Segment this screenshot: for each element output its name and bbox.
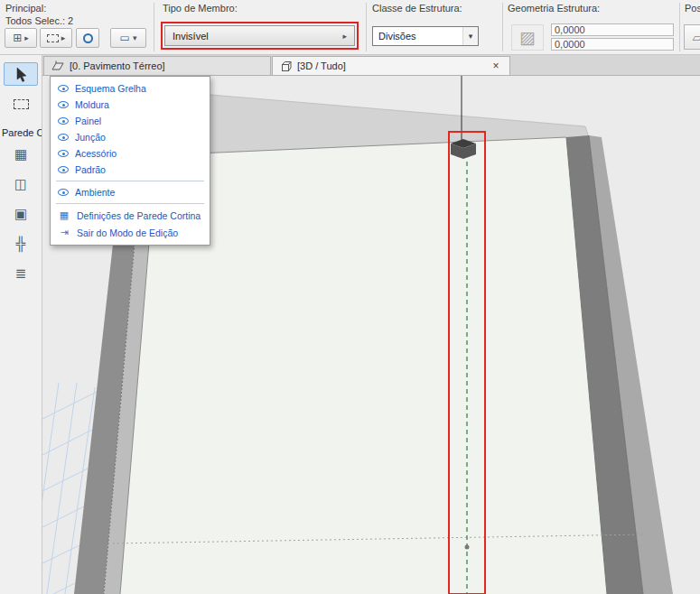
- toolbar-divider: [154, 3, 154, 51]
- menu-item-label: Painel: [75, 116, 101, 126]
- dropdown-arrow-icon: ▾: [133, 33, 137, 42]
- menu-item-ambiente[interactable]: Ambiente: [51, 184, 210, 200]
- section-label-structure-geometry: Geometria Estrutura:: [508, 3, 600, 14]
- viewport-3d: Esquema Grelha Moldura Painel Junção Ace…: [42, 76, 700, 594]
- section-label-principal: Principal:: [5, 3, 46, 14]
- top-toolbar: Principal: Todos Selec.: 2 ⊞ ▸ ▸ ▭ ▾ Tip…: [0, 0, 700, 55]
- tool-scheme[interactable]: ▦: [4, 142, 38, 165]
- design-tool-split-button[interactable]: ⊞ ▸: [5, 28, 37, 48]
- tab-floor-plan[interactable]: [0. Pavimento Térreo]: [43, 56, 271, 76]
- menu-item-esquema-grelha[interactable]: Esquema Grelha: [51, 80, 210, 97]
- eye-icon: [58, 117, 69, 125]
- tab-3d-label: [3D / Tudo]: [297, 60, 346, 71]
- eye-icon: [58, 150, 69, 157]
- arrow-select-tool[interactable]: [4, 62, 38, 86]
- menu-item-label: Ambiente: [75, 187, 115, 198]
- dropdown-arrow-icon: ▸: [24, 33, 29, 42]
- cursor-arrow-icon: [14, 67, 27, 82]
- menu-item-padrao[interactable]: Padrão: [51, 162, 210, 178]
- eye-icon: [58, 166, 69, 173]
- flyout-arrow-icon: ▸: [342, 32, 347, 41]
- eye-icon: [58, 85, 69, 92]
- menu-item-moldura[interactable]: Moldura: [51, 97, 210, 113]
- exit-edit-mode-icon: ⇥: [58, 227, 70, 238]
- menu-item-acessorio[interactable]: Acessório: [51, 145, 210, 162]
- tab-close-icon[interactable]: ×: [490, 60, 502, 72]
- geometry-hatch-icon: ▨: [511, 24, 544, 51]
- tool-junction[interactable]: ╬: [4, 231, 38, 255]
- ring-tool-button[interactable]: [76, 28, 99, 48]
- menu-item-painel[interactable]: Painel: [51, 113, 210, 129]
- accessory-icon: ≣: [15, 266, 27, 280]
- menu-item-label: Sair do Modo de Edição: [77, 227, 178, 238]
- frame-icon: ◫: [14, 177, 27, 190]
- position-icon: ▱: [693, 30, 700, 44]
- junction-icon: ╬: [16, 237, 26, 250]
- structure-class-value: Divisões: [373, 31, 462, 42]
- tool-accessory[interactable]: ≣: [4, 261, 38, 284]
- position-button[interactable]: ▱: [684, 24, 700, 50]
- menu-item-label: Junção: [75, 132, 106, 143]
- settings-grid-icon: ▦: [58, 209, 70, 221]
- tab-3d-view[interactable]: [3D / Tudo] ×: [272, 56, 510, 76]
- member-type-dropdown[interactable]: Invisível ▸: [164, 25, 355, 46]
- section-label-member-type: Tipo de Membro:: [163, 3, 238, 14]
- menu-separator: [56, 203, 204, 204]
- menu-item-label: Moldura: [75, 99, 109, 110]
- frame-display-split-button[interactable]: ▭ ▾: [110, 28, 146, 48]
- grid-node-point: [465, 545, 470, 550]
- menu-item-label: Esquema Grelha: [75, 83, 146, 94]
- tool-frame[interactable]: ◫: [4, 172, 38, 195]
- marquee-tool-split-button[interactable]: ▸: [40, 28, 72, 48]
- eye-icon: [58, 189, 69, 196]
- combo-arrow-icon: ▾: [462, 27, 478, 45]
- section-label-position: Posiç: [685, 3, 700, 14]
- structure-class-combobox[interactable]: Divisões ▾: [372, 26, 479, 46]
- cube-3d-icon: [280, 60, 292, 72]
- dropdown-arrow-icon: ▸: [61, 33, 66, 42]
- section-label-structure-class: Classe de Estrutura:: [372, 3, 462, 14]
- toolbar-divider: [679, 3, 680, 51]
- eye-icon: [58, 134, 69, 141]
- menu-separator: [56, 181, 204, 181]
- member-type-value: Invisível: [173, 31, 342, 42]
- ring-icon: [83, 33, 93, 43]
- grid-tool-icon: ⊞: [13, 32, 22, 43]
- edit-mode-context-menu: Esquema Grelha Moldura Painel Junção Ace…: [50, 76, 210, 246]
- tool-panel[interactable]: ▣: [4, 201, 38, 225]
- hatch-glyph: ▨: [519, 27, 536, 48]
- menu-item-label: Padrão: [75, 164, 106, 175]
- menu-item-juncao[interactable]: Junção: [51, 129, 210, 145]
- selection-status: Todos Selec.: 2: [5, 15, 73, 26]
- toolbar-divider: [366, 3, 367, 51]
- marquee-icon: [47, 34, 59, 42]
- menu-item-label: Definições de Parede Cortina: [77, 210, 201, 221]
- view-tab-bar: [0. Pavimento Térreo] [3D / Tudo] ×: [42, 55, 700, 76]
- menu-item-label: Acessório: [75, 148, 117, 159]
- toolbox-sidebar: Parede C ▦ ◫ ▣ ╬ ≣: [0, 55, 42, 594]
- menu-item-definicoes-parede-cortina[interactable]: ▦ Definições de Parede Cortina: [51, 207, 210, 224]
- eye-icon: [58, 101, 69, 108]
- rectangle-icon: ▭: [120, 32, 130, 43]
- marquee-icon: [14, 99, 29, 109]
- geometry-value-1[interactable]: [551, 23, 674, 36]
- menu-item-sair-modo-edicao[interactable]: ⇥ Sair do Modo de Edição: [51, 224, 210, 241]
- marquee-tool[interactable]: [4, 92, 38, 116]
- toolbar-divider: [502, 3, 503, 51]
- panel-icon: ▣: [14, 207, 27, 220]
- toolbox-group-label: Parede C: [0, 122, 42, 142]
- geometry-value-2[interactable]: [551, 38, 674, 51]
- floor-plan-icon: [51, 60, 64, 71]
- scheme-grid-icon: ▦: [14, 147, 27, 161]
- tab-floor-label: [0. Pavimento Térreo]: [70, 60, 165, 71]
